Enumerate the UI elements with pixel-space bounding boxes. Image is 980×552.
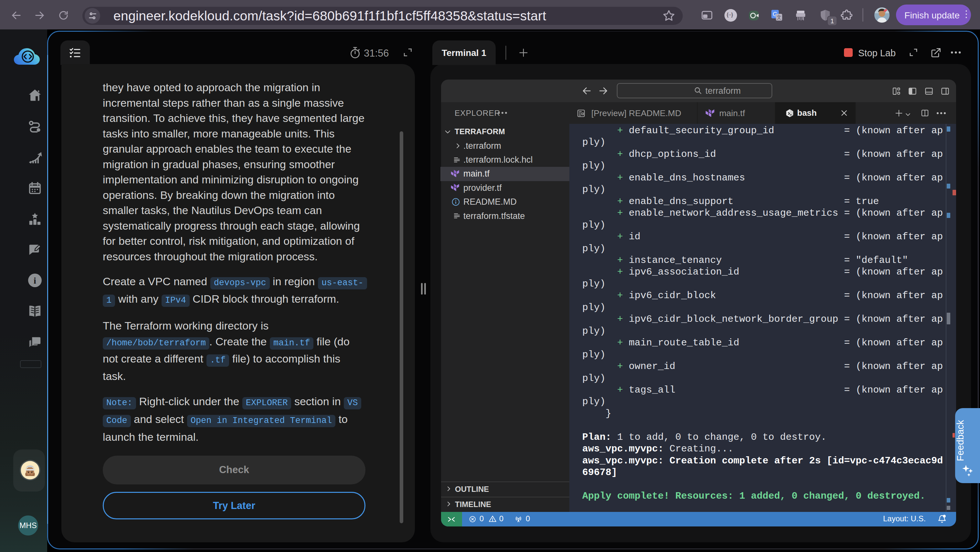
svg-text:文: 文 xyxy=(776,14,782,20)
